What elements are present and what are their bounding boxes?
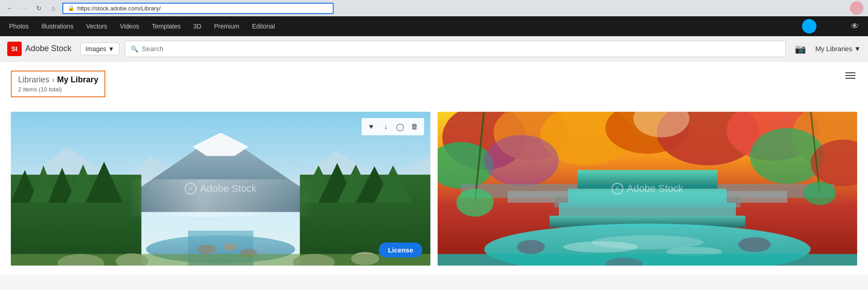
svg-rect-26	[11, 254, 430, 266]
svg-point-19	[223, 243, 237, 251]
nav-illustrations[interactable]: Illustrations	[42, 23, 74, 30]
back-button[interactable]: ←	[5, 3, 15, 14]
svg-rect-50	[438, 254, 857, 266]
adobe-nav: Photos Illustrations Vectors Videos Temp…	[0, 16, 868, 36]
menu-button[interactable]	[844, 71, 857, 81]
forward-button[interactable]: →	[19, 3, 30, 14]
image-grid: ♥ ↓ ◯ 🗑 A Adobe Stock License	[11, 112, 857, 266]
svg-point-51	[517, 240, 545, 254]
svg-rect-25	[127, 179, 314, 216]
user-avatar[interactable]	[802, 19, 816, 33]
breadcrumb-parent[interactable]: Libraries	[18, 75, 49, 85]
images-dropdown[interactable]: Images ▼	[80, 43, 119, 55]
dropdown-label: Images	[85, 45, 106, 52]
svg-point-18	[197, 245, 216, 254]
visual-search-button[interactable]: 📷	[795, 43, 806, 54]
svg-rect-44	[559, 203, 736, 216]
card-tools-mountain: ♥ ↓ ◯ 🗑	[362, 118, 424, 135]
items-count: 2 items (10 total)	[18, 86, 98, 93]
adobe-stock-icon: St	[7, 42, 22, 56]
adobe-stock-label: Adobe Stock	[25, 44, 71, 53]
chevron-down-icon: ▼	[108, 45, 114, 52]
refresh-button[interactable]: ↻	[33, 3, 44, 14]
adobe-stock-logo: St Adobe Stock	[7, 42, 71, 56]
url-text: https://stock.adobe.com/Library/	[77, 5, 160, 12]
logo-initials: St	[11, 45, 18, 52]
search-input-container[interactable]: 🔍	[125, 41, 786, 57]
svg-point-57	[803, 182, 836, 205]
home-button[interactable]: ⌂	[48, 3, 59, 14]
breadcrumb-separator: ›	[52, 76, 54, 84]
favorite-button[interactable]: ♥	[365, 121, 377, 133]
breadcrumb-current: My Library	[57, 75, 98, 85]
content-area: Libraries › My Library 2 items (10 total…	[0, 62, 868, 275]
svg-point-49	[591, 235, 703, 249]
menu-line-3	[845, 78, 855, 79]
my-libraries-button[interactable]: My Libraries ▼	[815, 45, 861, 52]
content-header: Libraries › My Library 2 items (10 total…	[11, 71, 857, 105]
lock-icon: 🔒	[68, 5, 75, 11]
nav-photos[interactable]: Photos	[9, 23, 29, 30]
camera-icon: 📷	[795, 44, 806, 54]
nav-templates[interactable]: Templates	[152, 23, 181, 30]
delete-button[interactable]: 🗑	[409, 121, 420, 133]
svg-rect-43	[568, 189, 727, 203]
browser-avatar	[850, 1, 863, 15]
svg-point-52	[738, 237, 771, 252]
browser-chrome: ← → ↻ ⌂ 🔒 https://stock.adobe.com/Librar…	[0, 0, 868, 16]
nav-3d[interactable]: 3D	[193, 23, 201, 30]
camera-search-button[interactable]: ◯	[394, 121, 406, 133]
svg-point-36	[484, 135, 559, 186]
search-icon: 🔍	[131, 45, 138, 52]
svg-rect-42	[577, 170, 717, 189]
menu-line-2	[845, 75, 855, 76]
search-input[interactable]	[142, 45, 780, 52]
chevron-down-icon: ▼	[854, 45, 861, 52]
nav-premium[interactable]: Premium	[214, 23, 239, 30]
download-button[interactable]: ↓	[380, 121, 392, 133]
image-card-waterfall[interactable]: A Adobe Stock	[438, 112, 857, 266]
image-card-mountain[interactable]: ♥ ↓ ◯ 🗑 A Adobe Stock License	[11, 112, 430, 266]
nav-videos[interactable]: Videos	[120, 23, 139, 30]
nav-vectors[interactable]: Vectors	[86, 23, 107, 30]
breadcrumb: Libraries › My Library	[18, 75, 98, 85]
address-bar[interactable]: 🔒 https://stock.adobe.com/Library/	[62, 3, 334, 14]
nav-editorial[interactable]: Editorial	[252, 23, 275, 30]
menu-line-1	[845, 72, 855, 73]
license-button-mountain[interactable]: License	[379, 242, 422, 257]
search-bar-row: St Adobe Stock Images ▼ 🔍 📷 My Libraries…	[0, 36, 868, 62]
my-libraries-label: My Libraries	[815, 45, 852, 52]
eye-icon[interactable]: 👁	[851, 22, 859, 31]
svg-point-56	[456, 189, 493, 217]
breadcrumb-section: Libraries › My Library 2 items (10 total…	[11, 71, 105, 97]
waterfall-image	[438, 112, 857, 266]
